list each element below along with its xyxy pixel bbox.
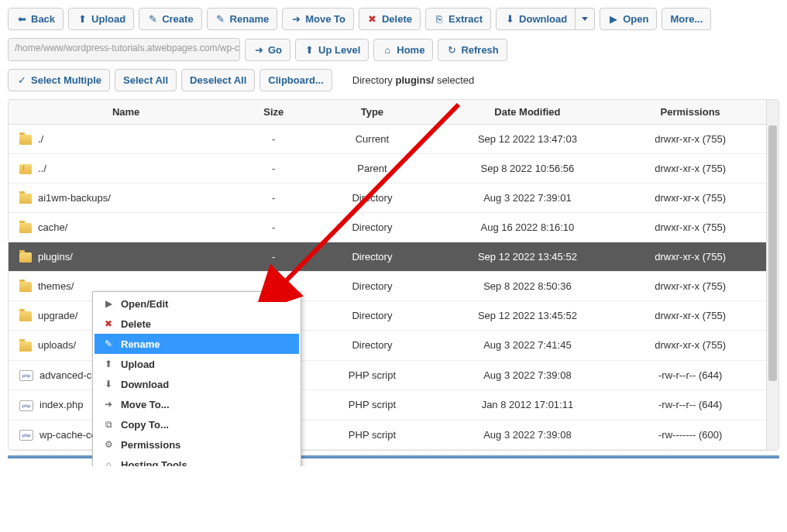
select-multiple-button[interactable]: ✓Select Multiple xyxy=(8,69,110,91)
moveto-button[interactable]: ➜Move To xyxy=(282,8,354,30)
context-menu: ▶Open/Edit✖Delete✎Rename⬆Upload⬇Download… xyxy=(92,291,301,466)
context-menu-item[interactable]: ✎Rename xyxy=(95,334,299,354)
cell-name: plugins/ xyxy=(9,242,243,272)
cell-type: Directory xyxy=(304,184,440,213)
table-row[interactable]: ai1wm-backups/-DirectoryAug 3 2022 7:39:… xyxy=(9,184,766,213)
create-icon: ✎ xyxy=(147,14,158,25)
uplevel-button[interactable]: ⬆Up Level xyxy=(295,39,369,61)
uplevel-icon: ⬆ xyxy=(304,44,314,55)
cell-type: Directory xyxy=(304,213,440,242)
menu-item-icon: ⧉ xyxy=(102,418,115,431)
file-name: cache/ xyxy=(38,221,67,233)
col-size[interactable]: Size xyxy=(243,100,304,125)
selection-bar: ✓Select Multiple Select All Deselect All… xyxy=(8,69,779,91)
file-name: themes/ xyxy=(38,280,74,292)
menu-item-label: Permissions xyxy=(121,439,180,451)
menu-item-icon: ✎ xyxy=(102,338,115,350)
cell-modified: Sep 8 2022 8:50:36 xyxy=(440,272,614,301)
cell-permissions: -rw-r--r-- (644) xyxy=(614,360,766,390)
folder-icon xyxy=(19,135,32,145)
back-button[interactable]: ⬅Back xyxy=(8,8,64,30)
php-file-icon xyxy=(19,430,33,441)
download-split-button: ⬇Download xyxy=(496,8,595,30)
cell-modified: Aug 3 2022 7:39:01 xyxy=(440,184,614,213)
cell-size: - xyxy=(243,184,304,213)
menu-item-label: Copy To... xyxy=(121,419,169,431)
create-button[interactable]: ✎Create xyxy=(139,8,201,30)
open-button[interactable]: ▶Open xyxy=(600,8,657,30)
cell-size: - xyxy=(243,242,304,272)
menu-item-label: Upload xyxy=(121,359,155,370)
clipboard-button[interactable]: Clipboard... xyxy=(259,69,332,91)
cell-modified: Aug 16 2022 8:16:10 xyxy=(440,213,614,242)
home-button[interactable]: ⌂Home xyxy=(373,39,433,61)
cell-permissions: -rw------- (600) xyxy=(614,420,766,450)
menu-item-label: Open/Edit xyxy=(121,298,168,310)
cell-name: ai1wm-backups/ xyxy=(9,184,243,213)
go-button[interactable]: ➜Go xyxy=(245,39,290,61)
rename-button[interactable]: ✎Rename xyxy=(207,8,278,30)
download-icon: ⬇ xyxy=(504,14,515,25)
menu-item-label: Rename xyxy=(121,338,160,350)
context-menu-item[interactable]: ⧉Copy To... xyxy=(95,414,299,434)
cell-permissions: drwxr-xr-x (755) xyxy=(614,213,766,242)
cell-modified: Sep 12 2022 13:45:52 xyxy=(440,301,614,331)
vertical-scrollbar[interactable] xyxy=(766,100,778,450)
cell-permissions: -rw-r--r-- (644) xyxy=(614,390,766,420)
go-arrow-icon: ➜ xyxy=(253,44,264,55)
context-menu-item[interactable]: ➜Move To... xyxy=(95,394,299,414)
extract-button[interactable]: ⎘Extract xyxy=(425,8,491,30)
cell-type: Directory xyxy=(304,331,440,360)
main-toolbar: ⬅Back ⬆Upload ✎Create ✎Rename ➜Move To ✖… xyxy=(8,8,779,30)
file-name: ai1wm-backups/ xyxy=(38,192,111,204)
menu-item-icon: ⌂ xyxy=(102,458,115,466)
delete-button[interactable]: ✖Delete xyxy=(359,8,421,30)
cell-name: cache/ xyxy=(9,213,243,242)
move-icon: ➜ xyxy=(290,14,301,25)
table-row[interactable]: ../-ParentSep 8 2022 10:56:56drwxr-xr-x … xyxy=(9,154,766,184)
cell-type: Directory xyxy=(304,301,440,331)
cell-type: Parent xyxy=(304,154,440,184)
folder-icon xyxy=(19,311,32,321)
upload-button[interactable]: ⬆Upload xyxy=(68,8,134,30)
cell-modified: Aug 3 2022 7:41:45 xyxy=(440,331,614,360)
scroll-thumb[interactable] xyxy=(768,125,777,381)
path-bar: /home/www/wordpress-tutorials.atwebpages… xyxy=(8,38,779,61)
cell-type: PHP script xyxy=(304,420,440,450)
context-menu-item[interactable]: ▶Open/Edit xyxy=(95,293,299,314)
context-menu-item[interactable]: ⬇Download xyxy=(95,374,299,394)
col-type[interactable]: Type xyxy=(304,100,440,125)
context-menu-item[interactable]: ✖Delete xyxy=(95,314,299,334)
table-row[interactable]: cache/-DirectoryAug 16 2022 8:16:10drwxr… xyxy=(9,213,766,242)
context-menu-item[interactable]: ⚙Permissions xyxy=(95,434,299,455)
cell-modified: Jan 8 2012 17:01:11 xyxy=(440,390,614,420)
cell-modified: Aug 3 2022 7:39:08 xyxy=(440,420,614,450)
cell-permissions: drwxr-xr-x (755) xyxy=(614,301,766,331)
col-permissions[interactable]: Permissions xyxy=(614,100,766,125)
table-row[interactable]: plugins/-DirectorySep 12 2022 13:45:52dr… xyxy=(9,242,766,272)
menu-item-label: Hosting Tools xyxy=(121,459,187,467)
context-menu-item[interactable]: ⬆Upload xyxy=(95,354,299,374)
select-all-button[interactable]: Select All xyxy=(115,69,177,91)
folder-icon xyxy=(19,223,32,233)
deselect-all-button[interactable]: Deselect All xyxy=(181,69,255,91)
refresh-button[interactable]: ↻Refresh xyxy=(438,39,507,61)
home-icon: ⌂ xyxy=(382,44,393,55)
col-name[interactable]: Name xyxy=(9,100,243,125)
col-modified[interactable]: Date Modified xyxy=(440,100,614,125)
table-row[interactable]: ./-CurrentSep 12 2022 13:47:03drwxr-xr-x… xyxy=(9,125,766,154)
file-name: ../ xyxy=(38,163,46,174)
download-caret-button[interactable] xyxy=(576,8,595,30)
cell-permissions: drwxr-xr-x (755) xyxy=(614,154,766,184)
chevron-down-icon xyxy=(582,17,588,21)
cell-permissions: drwxr-xr-x (755) xyxy=(614,272,766,301)
folder-up-icon xyxy=(19,164,32,174)
path-input[interactable]: /home/www/wordpress-tutorials.atwebpages… xyxy=(8,38,240,61)
file-name: upgrade/ xyxy=(38,310,77,321)
context-menu-item[interactable]: ⌂Hosting Tools xyxy=(95,455,299,466)
cell-type: PHP script xyxy=(304,390,440,420)
file-name: uploads/ xyxy=(38,339,76,351)
php-file-icon xyxy=(19,400,33,411)
download-button[interactable]: ⬇Download xyxy=(496,8,576,30)
more-button[interactable]: More... xyxy=(662,8,711,30)
